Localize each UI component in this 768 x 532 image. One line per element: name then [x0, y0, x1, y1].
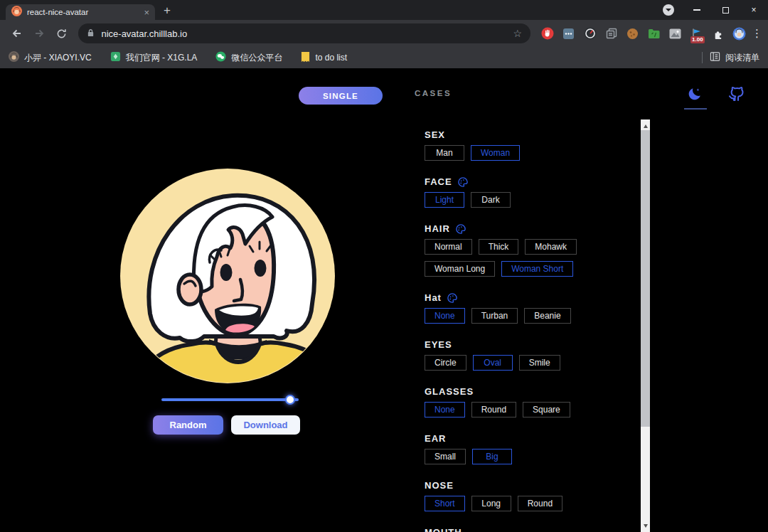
- section-options: NoneRoundSquare: [425, 402, 638, 424]
- option-woman[interactable]: Woman: [471, 145, 520, 161]
- slider-thumb[interactable]: [285, 395, 295, 405]
- random-button[interactable]: Random: [153, 415, 223, 435]
- section-label-row: SEX: [425, 129, 638, 141]
- bookmark-label: 我们官网 - X1G.LA: [126, 52, 198, 64]
- config-panel: SEXManWomanFACELightDarkHAIRNormalThickM…: [425, 124, 638, 532]
- tab-single-button[interactable]: SINGLE: [299, 87, 383, 105]
- option-square[interactable]: Square: [523, 402, 570, 417]
- bookmark-item[interactable]: 我们官网 - X1G.LA: [110, 51, 198, 65]
- profile-chevron-icon[interactable]: [654, 0, 683, 20]
- extensions-puzzle-icon[interactable]: [711, 27, 725, 41]
- section-label: EAR: [425, 433, 446, 445]
- adblock-hand-extension-icon[interactable]: [540, 27, 554, 41]
- config-section-glasses: GLASSESNoneRoundSquare: [425, 386, 638, 424]
- option-woman-short[interactable]: Woman Short: [501, 261, 573, 277]
- scrollbar-up-arrow[interactable]: [641, 119, 650, 130]
- window-controls: ×: [654, 0, 768, 20]
- option-smile[interactable]: Smile: [519, 355, 560, 371]
- browser-menu-icon[interactable]: ⋮: [752, 27, 762, 40]
- forward-button[interactable]: [30, 24, 48, 43]
- config-section-nose: NOSEShortLongRound: [425, 480, 638, 518]
- reading-list-label: 阅读清单: [725, 52, 759, 64]
- config-scrollbar[interactable]: [641, 119, 650, 532]
- image-extension-icon[interactable]: [668, 27, 682, 41]
- option-light[interactable]: Light: [425, 192, 464, 208]
- option-short[interactable]: Short: [425, 496, 465, 511]
- section-label: EYES: [425, 339, 452, 351]
- section-label-row: MOUTH: [425, 527, 638, 532]
- avatar-size-slider[interactable]: [161, 395, 299, 405]
- dark-mode-moon-icon[interactable]: [687, 86, 703, 105]
- section-label: SEX: [425, 129, 445, 141]
- option-turban[interactable]: Turban: [471, 308, 518, 324]
- config-section-mouth: MOUTH: [425, 527, 638, 532]
- option-long[interactable]: Long: [471, 496, 511, 511]
- option-normal[interactable]: Normal: [425, 239, 472, 255]
- reading-list-button[interactable]: 阅读清单: [710, 51, 759, 65]
- browser-tab[interactable]: react-nice-avatar ×: [6, 4, 155, 20]
- section-label-row: EYES: [425, 339, 638, 351]
- bookmarks-right: 阅读清单: [702, 51, 759, 65]
- section-label: Hat: [425, 292, 442, 304]
- window-maximize-button[interactable]: [711, 0, 740, 20]
- profile-avatar-icon[interactable]: [732, 27, 746, 41]
- speedometer-extension-icon[interactable]: [583, 27, 597, 41]
- refresh-button[interactable]: [53, 24, 70, 43]
- scrollbar-down-arrow[interactable]: [641, 521, 650, 532]
- option-mohawk[interactable]: Mohawk: [525, 239, 577, 255]
- copy-pages-extension-icon[interactable]: [604, 27, 618, 41]
- window-minimize-button[interactable]: [683, 0, 711, 20]
- bookmark-item[interactable]: 小羿 - XIAOYI.VC: [9, 51, 92, 65]
- scrollbar-thumb[interactable]: [641, 130, 650, 427]
- bookmark-star-icon[interactable]: ☆: [513, 28, 522, 39]
- palette-icon[interactable]: [456, 224, 466, 234]
- flag-extension-icon[interactable]: 1.00: [690, 27, 703, 41]
- slider-track[interactable]: [161, 398, 299, 401]
- window-close-button[interactable]: ×: [740, 0, 768, 20]
- folder-extension-icon[interactable]: [647, 27, 661, 41]
- option-round[interactable]: Round: [471, 402, 516, 417]
- reading-list-icon: [710, 51, 720, 65]
- palette-icon[interactable]: [447, 293, 457, 303]
- back-button[interactable]: [8, 24, 26, 43]
- new-tab-button[interactable]: +: [164, 4, 171, 18]
- option-beanie[interactable]: Beanie: [524, 308, 570, 324]
- option-woman-long[interactable]: Woman Long: [425, 261, 495, 277]
- tab-cases-button[interactable]: CASES: [415, 89, 452, 97]
- dots-extension-icon[interactable]: [562, 27, 575, 41]
- bookmark-item[interactable]: 微信公众平台: [215, 51, 282, 65]
- section-label: HAIR: [425, 223, 450, 235]
- option-small[interactable]: Small: [425, 449, 466, 464]
- option-circle[interactable]: Circle: [425, 355, 466, 371]
- section-options: NormalThickMohawkWoman LongWoman Short: [425, 239, 638, 283]
- url-text: nice-avatar.chilllab.io: [101, 28, 513, 39]
- option-none[interactable]: None: [425, 308, 465, 324]
- avatar-icon: [9, 51, 19, 65]
- section-label-row: FACE: [425, 176, 638, 188]
- section-options: SmallBig: [425, 449, 638, 471]
- download-button[interactable]: Download: [231, 415, 300, 435]
- bookmarks-separator: [702, 52, 703, 63]
- tab-close-icon[interactable]: ×: [144, 8, 149, 17]
- palette-icon[interactable]: [458, 177, 468, 187]
- option-dark[interactable]: Dark: [471, 192, 511, 208]
- bookmark-item[interactable]: to do list: [301, 51, 347, 65]
- page-content: SINGLE CASES: [0, 68, 768, 532]
- section-label-row: GLASSES: [425, 386, 638, 398]
- cookie-extension-icon[interactable]: [626, 27, 639, 41]
- address-bar[interactable]: nice-avatar.chilllab.io ☆: [78, 23, 530, 43]
- config-section-face: FACELightDark: [425, 176, 638, 214]
- option-round[interactable]: Round: [518, 496, 562, 511]
- tab-favicon-icon: [11, 6, 22, 19]
- option-man[interactable]: Man: [425, 145, 464, 161]
- config-section-eyes: EYESCircleOvalSmile: [425, 339, 638, 377]
- option-big[interactable]: Big: [472, 449, 512, 464]
- config-section-sex: SEXManWoman: [425, 129, 638, 167]
- section-label-row: EAR: [425, 433, 638, 445]
- browser-toolbar: nice-avatar.chilllab.io ☆ 1.00: [0, 20, 768, 47]
- github-icon[interactable]: [727, 85, 745, 105]
- option-none[interactable]: None: [425, 402, 465, 417]
- option-oval[interactable]: Oval: [473, 355, 513, 371]
- green-app-icon: [110, 51, 121, 65]
- option-thick[interactable]: Thick: [479, 239, 519, 255]
